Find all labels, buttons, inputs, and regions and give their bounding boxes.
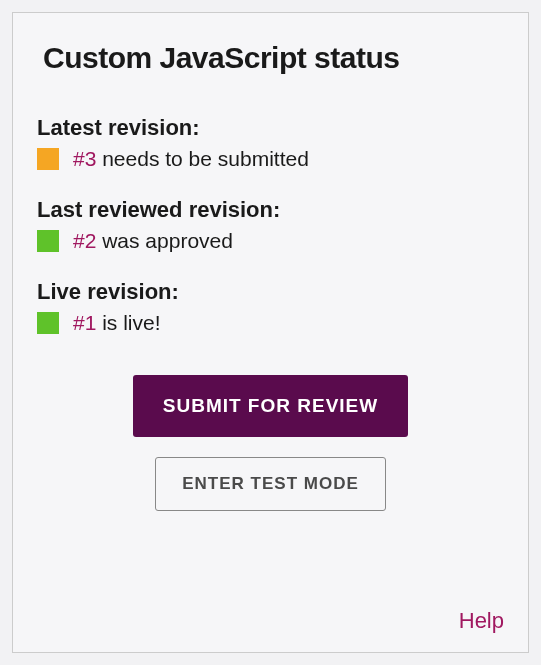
revision-status-text: was approved: [96, 229, 233, 252]
last-reviewed-revision-text: #2 was approved: [73, 229, 233, 253]
button-area: SUBMIT FOR REVIEW ENTER TEST MODE: [43, 375, 498, 511]
latest-revision-block: Latest revision: #3 needs to be submitte…: [43, 115, 498, 171]
last-reviewed-revision-status: #2 was approved: [37, 229, 498, 253]
enter-test-mode-button[interactable]: ENTER TEST MODE: [155, 457, 386, 511]
live-revision-status: #1 is live!: [37, 311, 498, 335]
revision-status-text: is live!: [96, 311, 160, 334]
revision-number: #3: [73, 147, 96, 170]
latest-revision-status: #3 needs to be submitted: [37, 147, 498, 171]
revision-number: #2: [73, 229, 96, 252]
live-revision-label: Live revision:: [37, 279, 498, 305]
help-link[interactable]: Help: [459, 608, 504, 634]
status-square-icon: [37, 230, 59, 252]
live-revision-text: #1 is live!: [73, 311, 161, 335]
revision-number: #1: [73, 311, 96, 334]
latest-revision-text: #3 needs to be submitted: [73, 147, 309, 171]
latest-revision-label: Latest revision:: [37, 115, 498, 141]
status-panel: Custom JavaScript status Latest revision…: [12, 12, 529, 653]
revision-status-text: needs to be submitted: [96, 147, 308, 170]
last-reviewed-revision-label: Last reviewed revision:: [37, 197, 498, 223]
status-square-icon: [37, 148, 59, 170]
last-reviewed-revision-block: Last reviewed revision: #2 was approved: [43, 197, 498, 253]
panel-title: Custom JavaScript status: [43, 41, 498, 75]
live-revision-block: Live revision: #1 is live!: [43, 279, 498, 335]
status-square-icon: [37, 312, 59, 334]
submit-for-review-button[interactable]: SUBMIT FOR REVIEW: [133, 375, 408, 437]
